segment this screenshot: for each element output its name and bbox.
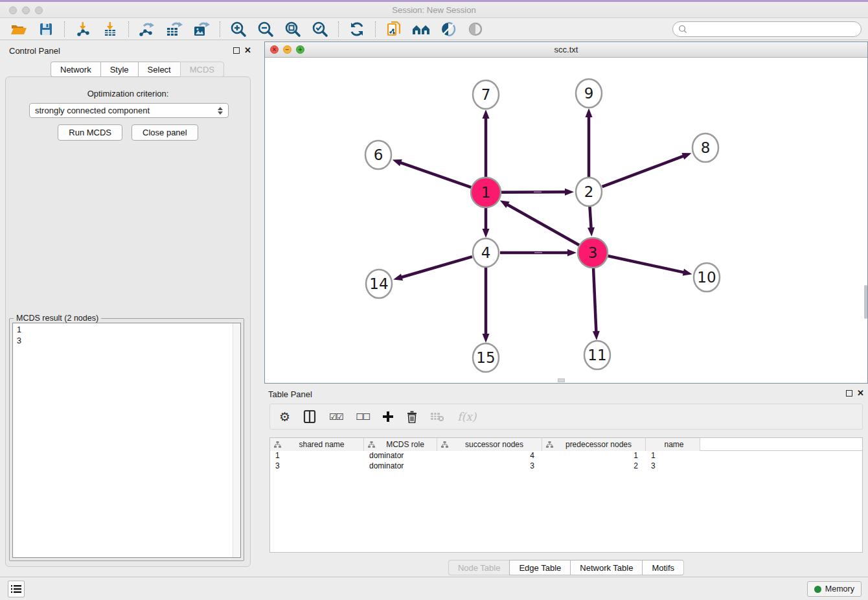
export-image-icon[interactable]: [192, 19, 211, 39]
mcds-result-text[interactable]: 1 3: [12, 323, 241, 558]
add-column-icon[interactable]: [382, 408, 394, 425]
tab-node-table[interactable]: Node Table: [448, 560, 510, 575]
table-row[interactable]: 3dominator323: [270, 461, 862, 472]
table-cell[interactable]: 3: [437, 461, 542, 472]
edge-arrowhead-icon: [483, 110, 490, 119]
table-cell[interactable]: 1: [542, 451, 646, 461]
edge-arrowhead-icon: [393, 273, 403, 281]
table-cell[interactable]: 4: [437, 451, 542, 461]
graph-edge-2-3[interactable]: [589, 206, 591, 229]
float-table-panel-icon[interactable]: [846, 390, 852, 397]
zoom-in-icon[interactable]: [229, 19, 248, 39]
show-hide-icon[interactable]: [466, 19, 485, 39]
tab-edge-table[interactable]: Edge Table: [509, 560, 570, 575]
memory-button[interactable]: Memory: [807, 581, 862, 597]
close-panel-icon[interactable]: ✕: [244, 45, 251, 55]
graph-node-11[interactable]: 11: [584, 341, 610, 369]
column-header-shared-name[interactable]: shared name: [270, 438, 364, 451]
sort-hierarchy-icon: [274, 441, 281, 448]
task-history-button[interactable]: [8, 581, 25, 597]
open-session-icon[interactable]: [9, 19, 29, 39]
network-title: scc.txt: [265, 45, 867, 54]
tab-mcds[interactable]: MCDS: [180, 62, 224, 77]
graph-node-2[interactable]: 2: [576, 178, 602, 206]
toolbar-separator: [338, 21, 339, 37]
delete-column-icon[interactable]: [407, 408, 417, 425]
tab-network[interactable]: Network: [51, 62, 100, 77]
criterion-dropdown[interactable]: strongly connected component: [29, 103, 229, 118]
graph-edge-2-8[interactable]: [602, 156, 685, 187]
canvas-resize-handle[interactable]: [558, 378, 565, 382]
run-mcds-button[interactable]: Run MCDS: [58, 124, 122, 141]
canvas-vertical-scrollbar[interactable]: [864, 285, 867, 319]
close-panel-button[interactable]: Close panel: [131, 124, 198, 141]
zoom-fit-icon[interactable]: [283, 19, 303, 39]
graph-node-9[interactable]: 9: [576, 79, 602, 108]
graph-node-8[interactable]: 8: [692, 133, 718, 162]
export-network-icon[interactable]: [137, 19, 157, 39]
table-settings-icon[interactable]: ⚙: [279, 408, 290, 425]
search-field[interactable]: [672, 21, 862, 37]
result-scrollbar[interactable]: [233, 323, 240, 557]
refresh-icon[interactable]: [347, 19, 367, 39]
table-row[interactable]: 1dominator411: [270, 451, 862, 461]
deselect-all-icon[interactable]: ☐☐: [356, 408, 369, 425]
import-network-icon[interactable]: [73, 19, 93, 39]
graph-edge-3-11[interactable]: [593, 268, 596, 332]
tab-select[interactable]: Select: [138, 62, 180, 77]
import-table-icon[interactable]: [100, 19, 120, 39]
table-cell[interactable]: 3: [270, 461, 364, 472]
tab-motifs[interactable]: Motifs: [642, 560, 684, 575]
graph-node-15[interactable]: 15: [473, 343, 499, 372]
graph-node-7[interactable]: 7: [473, 80, 499, 109]
tab-style[interactable]: Style: [100, 62, 138, 77]
tab-network-table[interactable]: Network Table: [570, 560, 642, 575]
table-cell[interactable]: 1: [270, 451, 364, 461]
node-label: 2: [584, 183, 594, 200]
split-columns-icon[interactable]: [303, 408, 316, 425]
column-header-MCDS-role[interactable]: MCDS role: [364, 438, 437, 451]
zoom-selected-icon[interactable]: [310, 19, 330, 39]
table-cell[interactable]: 2: [542, 461, 646, 472]
graph-node-14[interactable]: 14: [366, 270, 392, 298]
node-label: 14: [369, 275, 388, 292]
graph-node-3[interactable]: 3: [578, 238, 608, 268]
edge-arrowhead-icon: [593, 331, 600, 340]
graph-node-10[interactable]: 10: [694, 263, 720, 292]
network-window-titlebar[interactable]: × − + scc.txt: [265, 42, 867, 58]
control-panel-tabs: NetworkStyleSelectMCDS: [51, 62, 224, 77]
export-table-icon[interactable]: [165, 19, 184, 39]
column-header-name[interactable]: name: [646, 438, 700, 451]
table-cell[interactable]: dominator: [364, 451, 437, 461]
edge-arrowhead-icon: [588, 227, 595, 237]
mcds-result-box: MCDS result (2 nodes) 1 3: [9, 318, 244, 561]
graph-edge-1-6[interactable]: [400, 163, 471, 188]
graph-node-6[interactable]: 6: [365, 141, 391, 169]
graph-node-4[interactable]: 4: [473, 238, 499, 267]
search-input[interactable]: [687, 23, 861, 35]
graph-edge-4-14[interactable]: [401, 257, 472, 277]
edge-arrowhead-icon: [586, 108, 593, 117]
zoom-out-icon[interactable]: [256, 19, 275, 39]
style-brush-icon[interactable]: [439, 19, 458, 39]
float-panel-icon[interactable]: [233, 47, 240, 54]
table-cell[interactable]: 3: [646, 461, 700, 472]
node-label: 8: [701, 139, 711, 156]
column-header-predecessor-nodes[interactable]: predecessor nodes: [542, 438, 646, 451]
table-cell[interactable]: dominator: [364, 461, 437, 472]
column-header-successor-nodes[interactable]: successor nodes: [437, 438, 542, 451]
table-cell[interactable]: 1: [646, 451, 700, 461]
first-neighbors-icon[interactable]: [411, 19, 431, 39]
network-canvas[interactable]: 7968124314101511: [265, 58, 867, 383]
close-table-panel-icon[interactable]: ✕: [857, 388, 864, 398]
duplicate-network-icon[interactable]: [384, 19, 404, 39]
node-label: 6: [374, 146, 383, 163]
node-label: 3: [588, 244, 598, 261]
save-session-icon[interactable]: [36, 19, 56, 39]
select-all-icon[interactable]: ☑☑: [329, 408, 343, 425]
edge-arrowhead-icon: [681, 153, 691, 159]
node-table[interactable]: shared nameMCDS rolesuccessor nodesprede…: [269, 437, 863, 553]
graph-edge-3-10[interactable]: [608, 256, 684, 273]
graph-node-1[interactable]: 1: [471, 178, 501, 207]
graph-edge-3-1[interactable]: [507, 204, 579, 245]
